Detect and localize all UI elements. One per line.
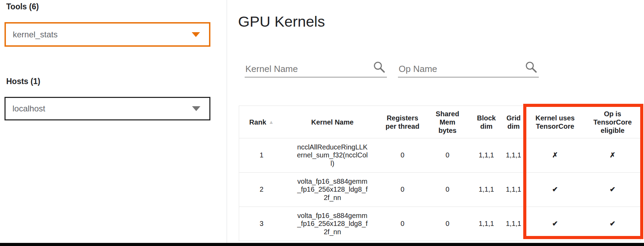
- column-header-shared-mem-bytes[interactable]: Shared Mem bytes: [424, 106, 471, 138]
- tools-label: Tools (6): [6, 2, 39, 11]
- cell-block-dim: 1,1,1: [471, 138, 502, 173]
- cell-kernel-name: ncclAllReduceRingLLKernel_sum_f32(ncclCo…: [284, 138, 381, 173]
- kernel-name-input[interactable]: [245, 63, 371, 75]
- column-header-label: Registers per thread: [385, 114, 420, 130]
- tensorcore-columns-highlight-annotation: [523, 104, 643, 239]
- page-title: GPU Kernels: [238, 13, 325, 30]
- search-icon: [372, 60, 386, 74]
- window-bottom-edge: [0, 243, 644, 246]
- cell-registers-per-thread: 0: [381, 173, 424, 207]
- tools-select[interactable]: kernel_stats: [4, 22, 210, 47]
- cell-shared-mem-bytes: 0: [424, 207, 471, 241]
- cell-rank: 3: [239, 207, 284, 241]
- cell-kernel-name: volta_fp16_s884gemm_fp16_256x128_ldg8_f2…: [284, 207, 381, 241]
- column-header-label: Block dim: [475, 114, 498, 130]
- hosts-select-value: localhost: [12, 104, 45, 113]
- cell-kernel-name: volta_fp16_s884gemm_fp16_256x128_ldg8_f2…: [284, 173, 381, 207]
- search-icon: [524, 60, 538, 74]
- cell-grid-dim: 1,1,1: [502, 173, 525, 207]
- sort-asc-icon: ▲: [269, 119, 274, 125]
- caret-down-icon: [192, 106, 200, 111]
- cell-shared-mem-bytes: 0: [424, 173, 471, 207]
- column-header-block-dim[interactable]: Block dim: [471, 106, 502, 138]
- column-header-label: Shared Mem bytes: [433, 110, 462, 135]
- column-header-label: Kernel Name: [311, 118, 353, 126]
- cell-block-dim: 1,1,1: [471, 173, 502, 207]
- cell-grid-dim: 1,1,1: [502, 207, 525, 241]
- cell-rank: 2: [239, 173, 284, 207]
- cell-registers-per-thread: 0: [381, 207, 424, 241]
- column-header-label: Grid dim: [505, 114, 522, 130]
- column-header-rank[interactable]: Rank▲: [239, 106, 284, 138]
- hosts-select[interactable]: localhost: [4, 97, 210, 120]
- column-header-registers-per-thread[interactable]: Registers per thread: [381, 106, 424, 138]
- kernel-name-filter: [245, 56, 387, 78]
- column-header-grid-dim[interactable]: Grid dim: [502, 106, 525, 138]
- profiler-page: Tools (6) kernel_stats Hosts (1) localho…: [0, 0, 644, 246]
- column-header-label: Rank: [249, 118, 266, 126]
- cell-rank: 1: [239, 138, 284, 173]
- tools-select-value: kernel_stats: [13, 30, 57, 39]
- op-name-filter: [398, 56, 539, 78]
- cell-block-dim: 1,1,1: [471, 207, 502, 241]
- cell-grid-dim: 1,1,1: [502, 138, 525, 173]
- hosts-label: Hosts (1): [6, 77, 40, 86]
- column-header-kernel-name[interactable]: Kernel Name: [284, 106, 381, 138]
- op-name-input[interactable]: [398, 63, 523, 75]
- cell-registers-per-thread: 0: [381, 138, 424, 173]
- sidebar-divider: [227, 0, 227, 243]
- cell-shared-mem-bytes: 0: [424, 138, 471, 173]
- caret-down-icon: [192, 32, 200, 37]
